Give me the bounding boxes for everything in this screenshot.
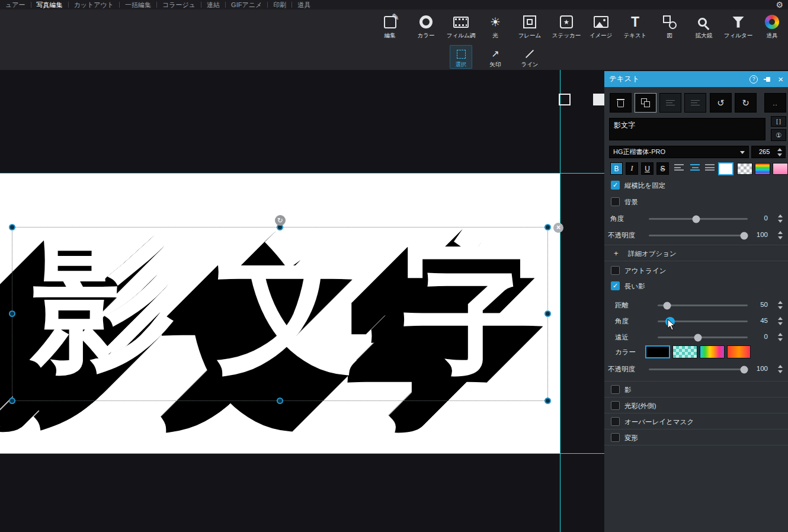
shadow-color-black-swatch[interactable] — [645, 345, 670, 358]
glow-checkbox[interactable] — [611, 401, 620, 410]
delete-selection-icon[interactable]: × — [553, 223, 563, 233]
fix-aspect-row[interactable]: ✓ 縦横比を固定 — [604, 180, 788, 191]
toolbar-film-button[interactable]: フィルム調 — [444, 14, 478, 40]
distance-slider[interactable] — [658, 305, 748, 306]
toolbar-color-button[interactable]: カラー — [409, 14, 443, 40]
outline-checkbox[interactable] — [611, 266, 620, 275]
numbering-button[interactable]: ① — [771, 129, 786, 141]
font-family-dropdown[interactable]: HG正楷書体-PRO — [609, 146, 749, 158]
rotate-handle-icon[interactable]: ↻ — [275, 215, 286, 226]
pin-icon[interactable] — [764, 76, 772, 82]
distance-slider-thumb[interactable] — [664, 302, 671, 309]
text-color-pink-swatch[interactable] — [773, 163, 788, 175]
shadow-color-sunset-swatch[interactable] — [727, 345, 751, 358]
text-color-gradient-swatch[interactable] — [755, 163, 770, 175]
toolbar-text-button[interactable]: T テキスト — [618, 14, 652, 40]
menu-item-photo-edit[interactable]: 写真編集 — [31, 1, 68, 9]
shadow-opacity-slider[interactable] — [649, 368, 748, 370]
shape-square-outline-button[interactable] — [559, 94, 571, 105]
bold-button[interactable]: B — [610, 162, 623, 175]
toolbar-edit-button[interactable]: ✎ 編集 — [373, 14, 407, 40]
perspective-spinner[interactable] — [778, 333, 783, 341]
shadow-angle-spinner[interactable] — [778, 317, 783, 325]
rotate-ccw-button[interactable]: ↺ — [710, 93, 732, 113]
long-shadow-checkbox[interactable]: ✓ — [611, 281, 620, 290]
select-tool-button[interactable]: 選択 — [450, 45, 472, 69]
shadow-opacity-spinner[interactable] — [778, 365, 783, 373]
toolbar-magnifier-button[interactable]: 拡大鏡 — [687, 14, 721, 40]
handle-bottom-left[interactable] — [9, 398, 15, 404]
strikethrough-button[interactable]: S — [656, 162, 669, 175]
toolbar-shapes-button[interactable]: 図 — [652, 14, 687, 40]
align-center-button[interactable] — [690, 164, 700, 173]
rotate-cw-button[interactable]: ↻ — [735, 93, 757, 113]
toolbar-tools-button[interactable]: 道具 — [757, 14, 787, 40]
outline-row[interactable]: アウトライン — [604, 265, 788, 276]
shadow-checkbox[interactable] — [611, 385, 620, 394]
fix-aspect-checkbox[interactable]: ✓ — [611, 181, 620, 190]
line-tool-button[interactable]: ライン — [518, 45, 541, 69]
selection-box[interactable]: ↻ × — [12, 227, 548, 401]
handle-top-left[interactable] — [9, 224, 15, 230]
overlay-row[interactable]: オーバーレイとマスク — [604, 413, 788, 429]
shadow-color-gradient-swatch[interactable] — [700, 345, 725, 358]
handle-mid-right[interactable] — [544, 310, 551, 317]
opacity-slider[interactable] — [649, 235, 748, 236]
transform-checkbox[interactable] — [611, 433, 620, 442]
font-size-input[interactable]: 265 — [751, 146, 786, 158]
shadow-color-pattern-swatch[interactable] — [672, 345, 697, 358]
toolbar-sticker-button[interactable]: ★ ステッカー — [549, 14, 584, 40]
angle-spinner[interactable] — [778, 214, 783, 223]
delete-text-button[interactable] — [610, 93, 632, 113]
text-content-input[interactable]: 影文字 — [609, 118, 765, 140]
toolbar-light-button[interactable]: ☀ 光 — [478, 14, 512, 40]
italic-button[interactable]: I — [626, 162, 638, 175]
menu-item-gif[interactable]: GIFアニメ — [226, 1, 267, 9]
background-checkbox[interactable] — [611, 197, 620, 206]
angle-slider-thumb[interactable] — [693, 215, 700, 223]
menu-item-combine[interactable]: 連結 — [201, 1, 225, 9]
duplicate-text-button[interactable] — [635, 93, 656, 113]
perspective-slider[interactable] — [658, 336, 748, 338]
angle-slider[interactable] — [649, 218, 748, 220]
align-horizontal-button[interactable] — [659, 93, 681, 113]
toolbar-filter-button[interactable]: フィルター — [721, 14, 755, 40]
opacity-spinner[interactable] — [778, 231, 783, 239]
handle-mid-left[interactable] — [9, 310, 15, 317]
menu-item-viewer[interactable]: ュアー — [0, 1, 31, 9]
menu-item-print[interactable]: 印刷 — [268, 1, 292, 9]
menu-item-collage[interactable]: コラージュ — [157, 1, 201, 9]
perspective-slider-thumb[interactable] — [694, 334, 702, 341]
background-row[interactable]: 背景 — [604, 197, 788, 207]
transform-row[interactable]: 変形 — [604, 429, 788, 445]
toolbar-frame-button[interactable]: フレーム — [512, 14, 547, 40]
distance-spinner[interactable] — [778, 301, 783, 309]
handle-top-right[interactable] — [544, 224, 551, 230]
underline-button[interactable]: U — [641, 162, 654, 175]
shape-square-filled-button[interactable] — [593, 94, 605, 105]
arrow-tool-button[interactable]: ↗ 矢印 — [484, 45, 507, 69]
text-color-pattern-swatch[interactable] — [737, 163, 752, 175]
text-color-white-swatch[interactable] — [718, 162, 733, 175]
panel-close-icon[interactable]: × — [778, 75, 783, 84]
long-shadow-row[interactable]: ✓ 長い影 — [604, 281, 788, 291]
shadow-row[interactable]: 影 — [604, 381, 788, 397]
more-options-button[interactable]: .. — [764, 93, 786, 113]
menu-item-batch-edit[interactable]: 一括編集 — [120, 1, 156, 9]
glow-row[interactable]: 光彩(外側) — [604, 397, 788, 413]
canvas-area[interactable]: 影文字 ↻ × — [0, 70, 604, 532]
align-vertical-button[interactable] — [684, 93, 706, 113]
help-icon[interactable]: ? — [749, 75, 758, 84]
settings-gear-icon[interactable]: ⚙ — [776, 0, 783, 9]
overlay-checkbox[interactable] — [611, 417, 620, 426]
handle-bottom-center[interactable] — [277, 398, 283, 404]
toolbar-image-button[interactable]: イメージ — [584, 14, 618, 40]
advanced-options-row[interactable]: + 詳細オプション — [604, 245, 788, 261]
menu-item-tools[interactable]: 道具 — [292, 1, 316, 9]
bracket-button[interactable]: [ ] — [771, 116, 786, 127]
align-right-button[interactable] — [705, 164, 716, 173]
align-left-button[interactable] — [674, 164, 685, 173]
font-size-spinner[interactable] — [777, 148, 783, 156]
handle-bottom-right[interactable] — [544, 398, 551, 404]
menu-item-cutout[interactable]: カットアウト — [69, 1, 120, 9]
